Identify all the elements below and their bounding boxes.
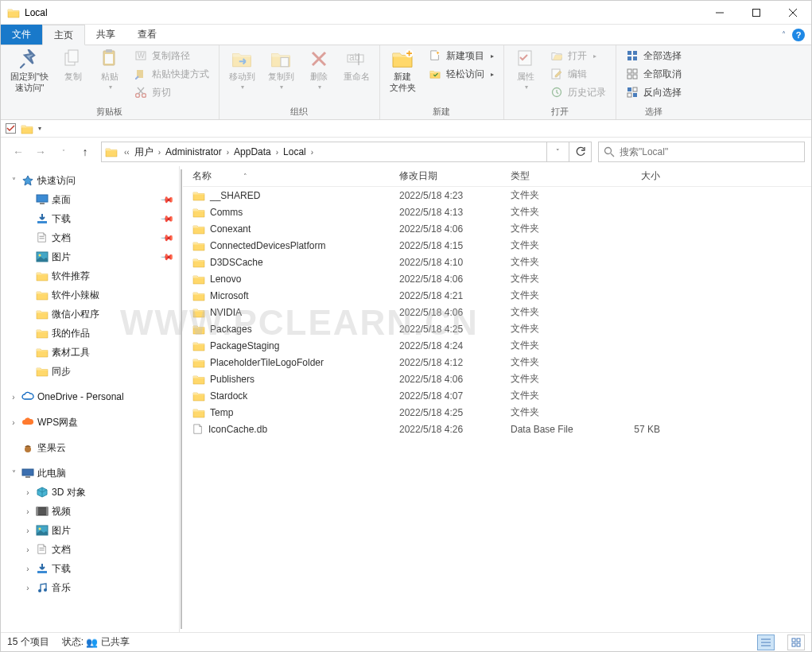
- easy-access-button[interactable]: 轻松访问▸: [424, 65, 499, 83]
- tree-item[interactable]: 微信小程序: [1, 305, 179, 324]
- invert-selection-button[interactable]: 反向选择: [621, 83, 686, 101]
- expand-icon[interactable]: ›: [9, 393, 18, 402]
- close-button[interactable]: [775, 1, 811, 25]
- expand-icon[interactable]: ›: [23, 526, 33, 535]
- expand-icon[interactable]: ›: [23, 565, 33, 573]
- up-button[interactable]: ↑: [74, 141, 96, 163]
- maximize-button[interactable]: [738, 1, 775, 25]
- refresh-button[interactable]: [569, 142, 591, 161]
- tree-item[interactable]: 图片📌: [1, 247, 179, 266]
- breadcrumb-chevron-icon[interactable]: ›: [223, 148, 232, 157]
- chevron-down-icon[interactable]: ▾: [38, 125, 41, 132]
- forward-button[interactable]: →: [29, 141, 52, 163]
- tree-item[interactable]: ›音乐: [1, 578, 179, 597]
- copy-path-button[interactable]: w复制路径: [130, 47, 214, 64]
- file-row[interactable]: IconCache.db2022/5/18 4:26Data Base File…: [183, 421, 811, 437]
- tree-item[interactable]: ˅快速访问: [1, 171, 179, 190]
- tree-item[interactable]: 我的作品: [1, 324, 179, 343]
- file-row[interactable]: PackageStaging2022/5/18 4:24文件夹: [183, 337, 811, 354]
- expand-icon[interactable]: ›: [23, 545, 33, 554]
- new-folder-button[interactable]: 新建 文件夹: [385, 47, 421, 95]
- column-headers[interactable]: 名称˄ 修改日期 类型 大小: [183, 166, 811, 187]
- tree-item[interactable]: ›视频: [1, 502, 179, 521]
- tree-item[interactable]: ›WPS网盘: [1, 413, 179, 432]
- file-row[interactable]: Stardock2022/5/18 4:07文件夹: [183, 387, 811, 404]
- tab-home[interactable]: 主页: [42, 25, 85, 45]
- back-button[interactable]: ←: [7, 141, 29, 163]
- file-row[interactable]: D3DSCache2022/5/18 4:10文件夹: [183, 254, 811, 270]
- breadcrumb-chevron-icon[interactable]: ›: [155, 148, 164, 157]
- expand-icon[interactable]: ›: [23, 584, 33, 592]
- file-row[interactable]: Microsoft2022/5/18 4:21文件夹: [183, 287, 811, 304]
- breadcrumb-chevron-icon[interactable]: ›: [308, 148, 317, 157]
- tree-item[interactable]: ›图片: [1, 521, 179, 540]
- move-to-button[interactable]: 移动到▾: [224, 47, 260, 92]
- file-row[interactable]: Temp2022/5/18 4:25文件夹: [183, 404, 811, 421]
- paste-shortcut-button[interactable]: 粘贴快捷方式: [130, 65, 214, 83]
- file-row[interactable]: Conexant2022/5/18 4:06文件夹: [183, 220, 811, 237]
- file-row[interactable]: Lenovo2022/5/18 4:06文件夹: [183, 270, 811, 287]
- properties-button[interactable]: 属性▾: [509, 47, 542, 92]
- col-name[interactable]: 名称˄: [183, 169, 390, 183]
- col-size[interactable]: 大小: [596, 169, 660, 183]
- col-date[interactable]: 修改日期: [390, 169, 501, 183]
- help-icon[interactable]: ?: [792, 29, 805, 41]
- tree-item[interactable]: 同步: [1, 362, 179, 381]
- expand-icon[interactable]: ›: [23, 507, 33, 516]
- history-button[interactable]: 历史记录: [546, 83, 611, 101]
- delete-button[interactable]: 删除▾: [302, 47, 336, 92]
- tree-item[interactable]: 坚果云: [1, 438, 179, 457]
- expand-icon[interactable]: ›: [9, 418, 18, 427]
- breadcrumb-sep[interactable]: ‹‹: [121, 148, 133, 157]
- tree-item[interactable]: ˅此电脑: [1, 464, 179, 483]
- tree-item[interactable]: 下载📌: [1, 209, 179, 228]
- edit-button[interactable]: 编辑: [546, 65, 611, 83]
- tree-item[interactable]: ›OneDrive - Personal: [1, 387, 179, 406]
- navigation-tree[interactable]: ˅快速访问桌面📌下载📌文档📌图片📌软件推荐软件小辣椒微信小程序我的作品素材工具同…: [1, 166, 180, 632]
- tree-item[interactable]: ›下载: [1, 559, 179, 578]
- tree-item[interactable]: 软件推荐: [1, 266, 179, 285]
- folder-icon[interactable]: [21, 123, 33, 134]
- breadcrumb-segment[interactable]: Local: [282, 146, 308, 157]
- address-dropdown-button[interactable]: ˅: [546, 142, 569, 161]
- tree-item[interactable]: ›文档: [1, 540, 179, 559]
- select-checkbox[interactable]: [6, 123, 16, 134]
- tree-item[interactable]: 软件小辣椒: [1, 285, 179, 305]
- select-none-button[interactable]: 全部取消: [621, 65, 686, 83]
- paste-button[interactable]: 粘贴 ▾: [93, 47, 126, 92]
- tree-item[interactable]: ›3D 对象: [1, 483, 179, 502]
- file-row[interactable]: Comms2022/5/18 4:13文件夹: [183, 204, 811, 220]
- expand-icon[interactable]: ˅: [9, 469, 18, 478]
- file-row[interactable]: PlaceholderTileLogoFolder2022/5/18 4:12文…: [183, 354, 811, 371]
- recent-locations-button[interactable]: ˅: [52, 141, 74, 163]
- cut-button[interactable]: 剪切: [130, 83, 214, 101]
- file-row[interactable]: NVIDIA2022/5/18 4:06文件夹: [183, 304, 811, 320]
- file-row[interactable]: ConnectedDevicesPlatform2022/5/18 4:15文件…: [183, 237, 811, 254]
- col-type[interactable]: 类型: [501, 169, 596, 183]
- rename-button[interactable]: ab重命名: [339, 47, 375, 83]
- breadcrumb-segment[interactable]: AppData: [232, 146, 273, 157]
- file-row[interactable]: Packages2022/5/18 4:25文件夹: [183, 320, 811, 337]
- ribbon-collapse-icon[interactable]: ˄: [782, 30, 786, 39]
- file-row[interactable]: __SHARED2022/5/18 4:23文件夹: [183, 187, 811, 204]
- new-item-button[interactable]: 新建项目▸: [424, 47, 499, 64]
- open-button[interactable]: 打开▸: [546, 47, 611, 64]
- tab-share[interactable]: 共享: [85, 25, 126, 45]
- breadcrumb-segment[interactable]: Administrator: [164, 146, 223, 157]
- expand-icon[interactable]: ›: [23, 488, 33, 497]
- copy-button[interactable]: 复制: [56, 47, 90, 83]
- breadcrumb-segment[interactable]: 用户: [133, 146, 155, 157]
- icons-view-button[interactable]: [787, 635, 805, 650]
- tab-view[interactable]: 查看: [126, 25, 168, 45]
- tree-item[interactable]: 素材工具: [1, 343, 179, 362]
- copy-to-button[interactable]: 复制到▾: [263, 47, 299, 92]
- tree-item[interactable]: 文档📌: [1, 228, 179, 247]
- tree-item[interactable]: 桌面📌: [1, 190, 179, 209]
- search-input[interactable]: 搜索"Local": [598, 142, 805, 162]
- file-list[interactable]: __SHARED2022/5/18 4:23文件夹Comms2022/5/18 …: [183, 187, 811, 632]
- select-all-button[interactable]: 全部选择: [621, 47, 686, 64]
- splitter[interactable]: [180, 166, 183, 632]
- breadcrumb-chevron-icon[interactable]: ›: [273, 148, 282, 157]
- tab-file[interactable]: 文件: [1, 25, 42, 45]
- details-view-button[interactable]: [757, 635, 775, 650]
